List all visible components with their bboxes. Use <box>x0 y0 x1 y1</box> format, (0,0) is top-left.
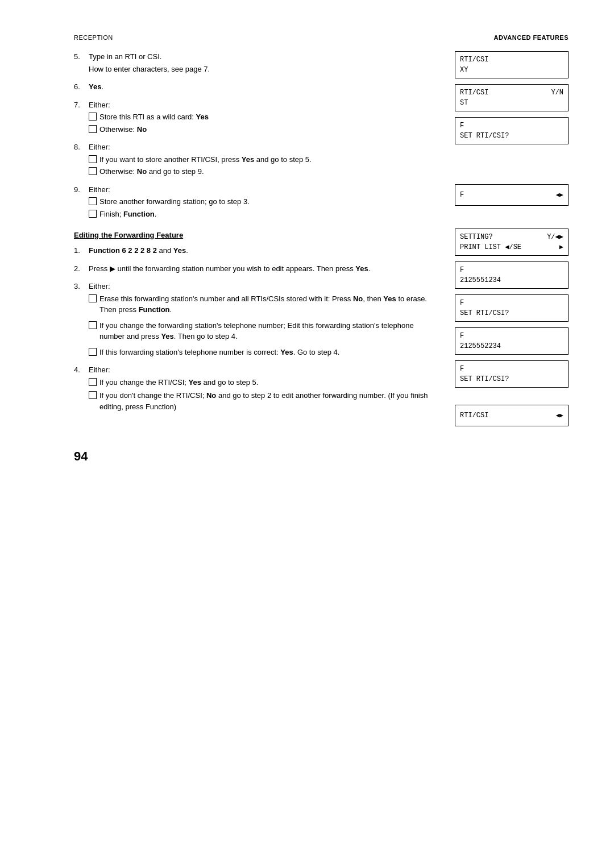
edit-step-4-bullets: If you change the RTI/CSI; Yes and go to… <box>89 377 438 413</box>
lcd-4-arrows: ◀▶ <box>556 190 563 200</box>
checkbox-icon <box>89 197 97 205</box>
checkbox-icon <box>89 378 97 386</box>
step-7-num: 7. <box>74 99 89 136</box>
lcd-5-setting: SETTING? <box>460 232 493 242</box>
lcd-6-f: F <box>460 265 464 275</box>
step-5-content: Type in an RTI or CSI. How to enter char… <box>89 51 438 76</box>
step-9-main: Either: <box>89 184 438 196</box>
edit-step-3-bullet-1: Erase this forwarding station's number a… <box>89 293 438 315</box>
edit-step-1-content: Function 6 2 2 2 8 2 and Yes. <box>89 245 438 258</box>
checkbox-icon <box>89 210 97 218</box>
lcd-9-set: SET RTI/CSI? <box>460 374 509 384</box>
lcd-panel-6: F 2125551234 <box>455 261 569 289</box>
step-7: 7. Either: Store this RTI as a wild card… <box>74 99 438 136</box>
right-spacer-1 <box>455 150 569 184</box>
lcd-1-line1: RTI/CSI <box>460 55 488 65</box>
lcd-8-f: F <box>460 331 464 341</box>
lcd-2-line1: RTI/CSI <box>460 88 488 98</box>
step-8-bullets: If you want to store another RTI/CSI, pr… <box>89 154 438 177</box>
lcd-8-num: 2125552234 <box>460 341 501 351</box>
step-6: 6. Yes. <box>74 81 438 94</box>
step-9-bullet-2: Finish; Function. <box>89 209 438 220</box>
step-8-bullet-1: If you want to store another RTI/CSI, pr… <box>89 154 438 165</box>
lcd-panel-5: SETTING? Y/◀▶ PRINT LIST ◀/SE ▶ <box>455 229 569 256</box>
step-7-main: Either: <box>89 99 438 111</box>
lcd-panel-4: F ◀▶ <box>455 184 569 206</box>
step-8-main: Either: <box>89 142 438 153</box>
step-9-bullet-1: Store another forwarding station; go to … <box>89 196 438 207</box>
edit-step-2-content: Press ▶ until the forwarding station num… <box>89 263 438 276</box>
edit-step-3: 3. Either: Erase this forwarding station… <box>74 281 438 359</box>
lcd-5-print: PRINT LIST ◀/SE <box>460 242 521 252</box>
checkbox-icon <box>89 321 97 329</box>
step-5-main: Type in an RTI or CSI. <box>89 51 438 63</box>
lcd-panel-3: F SET RTI/CSI? <box>455 117 569 144</box>
step-8: 8. Either: If you want to store another … <box>74 142 438 178</box>
page: RECEPTION ADVANCED FEATURES 5. Type in a… <box>0 0 614 498</box>
lcd-panel-8: F 2125552234 <box>455 327 569 355</box>
lcd-panel-1: RTI/CSI XY <box>455 51 569 78</box>
step-7-bullet-1: Store this RTI as a wild card: Yes <box>89 111 438 123</box>
checkbox-icon <box>89 348 97 356</box>
right-spacer-3 <box>455 393 569 405</box>
lcd-panel-10: RTI/CSI ◀▶ <box>455 405 569 426</box>
checkbox-icon <box>89 155 97 163</box>
checkbox-icon <box>89 113 97 121</box>
page-number: 94 <box>74 449 569 464</box>
right-spacer-2 <box>455 211 569 229</box>
edit-step-2-num: 2. <box>74 263 89 276</box>
step-6-num: 6. <box>74 81 89 94</box>
lcd-1-line2: XY <box>460 65 468 75</box>
lcd-9-f: F <box>460 364 464 374</box>
page-header: RECEPTION ADVANCED FEATURES <box>74 34 569 41</box>
step-9-num: 9. <box>74 184 89 221</box>
checkbox-icon <box>89 391 97 399</box>
edit-step-4-bullet-1: If you change the RTI/CSI; Yes and go to… <box>89 377 438 388</box>
edit-step-4-bullet-2: If you don't change the RTI/CSI; No and … <box>89 390 438 412</box>
step-9-content: Either: Store another forwarding station… <box>89 184 438 221</box>
lcd-10-rticsi: RTI/CSI <box>460 410 488 421</box>
lcd-panel-2: RTI/CSI Y/N ST <box>455 84 569 111</box>
lcd-3-f: F <box>460 121 464 131</box>
edit-step-3-bullet-3: If this forwarding station's telephone n… <box>89 347 438 358</box>
edit-step-2: 2. Press ▶ until the forwarding station … <box>74 263 438 276</box>
step-9-bullets: Store another forwarding station; go to … <box>89 196 438 219</box>
step-5-num: 5. <box>74 51 89 76</box>
checkbox-icon <box>89 167 97 175</box>
edit-step-3-bullets: Erase this forwarding station's number a… <box>89 293 438 358</box>
checkbox-icon <box>89 294 97 302</box>
step-7-bullet-2: Otherwise: No <box>89 124 438 135</box>
edit-step-4: 4. Either: If you change the RTI/CSI; Ye… <box>74 364 438 413</box>
lcd-5-yn: Y/◀▶ <box>547 232 563 242</box>
lcd-2-line2: ST <box>460 98 468 108</box>
edit-step-3-num: 3. <box>74 281 89 359</box>
lcd-2-yn: Y/N <box>551 88 563 98</box>
edit-step-4-num: 4. <box>74 364 89 413</box>
lcd-7-f: F <box>460 298 464 308</box>
lcd-4-f: F <box>460 190 464 200</box>
edit-step-1-num: 1. <box>74 245 89 258</box>
step-8-num: 8. <box>74 142 89 178</box>
step-5-sub: How to enter characters, see page 7. <box>89 64 438 75</box>
checkbox-icon <box>89 125 97 133</box>
main-content: 5. Type in an RTI or CSI. How to enter c… <box>74 51 569 432</box>
right-column: RTI/CSI XY RTI/CSI Y/N ST F <box>455 51 569 432</box>
lcd-panel-7: F SET RTI/CSI? <box>455 294 569 322</box>
step-7-bullets: Store this RTI as a wild card: Yes Other… <box>89 111 438 135</box>
lcd-panel-9: F SET RTI/CSI? <box>455 360 569 388</box>
lcd-5-arrow: ▶ <box>559 242 563 252</box>
edit-step-4-content: Either: If you change the RTI/CSI; Yes a… <box>89 364 438 413</box>
header-right: ADVANCED FEATURES <box>493 34 569 41</box>
editing-section-title: Editing the Forwarding Feature <box>74 231 438 239</box>
edit-step-1: 1. Function 6 2 2 2 8 2 and Yes. <box>74 245 438 258</box>
step-9: 9. Either: Store another forwarding stat… <box>74 184 438 221</box>
step-5: 5. Type in an RTI or CSI. How to enter c… <box>74 51 438 76</box>
step-8-bullet-2: Otherwise: No and go to step 9. <box>89 166 438 177</box>
edit-step-3-bullet-2: If you change the forwarding station's t… <box>89 320 438 342</box>
step-6-main: Yes. <box>89 81 438 93</box>
lcd-3-line2: SET RTI/CSI? <box>460 131 509 141</box>
lcd-7-set: SET RTI/CSI? <box>460 308 509 318</box>
step-8-content: Either: If you want to store another RTI… <box>89 142 438 178</box>
lcd-10-arrows: ◀▶ <box>556 411 563 421</box>
step-6-content: Yes. <box>89 81 438 94</box>
